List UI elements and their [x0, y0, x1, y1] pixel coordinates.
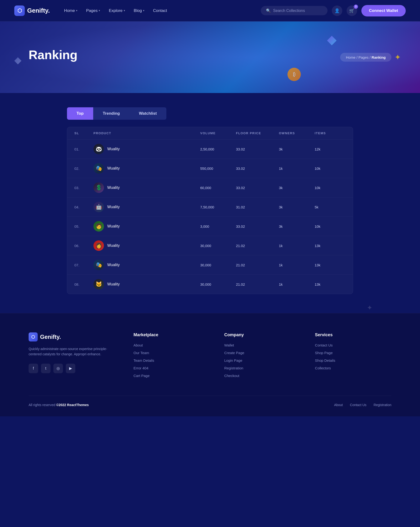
table-row[interactable]: 04. 🤖 Wuality 7,50,000 31.02 3k 5k	[67, 198, 353, 217]
table-row[interactable]: 08. 🐱 Wuality 30,000 21.02 1k 13k	[67, 275, 353, 294]
search-icon: 🔍	[266, 8, 271, 13]
row-floor-price: 33.02	[236, 224, 279, 229]
decoration-gem2	[327, 36, 337, 45]
footer-link[interactable]: Error 404	[133, 366, 149, 370]
footer-link[interactable]: Contact Us	[315, 343, 333, 347]
col-sl: SL	[74, 132, 93, 135]
breadcrumb-home[interactable]: Home	[346, 55, 355, 59]
decoration-coin: ₿	[288, 68, 301, 81]
product-name: Wuality	[107, 147, 120, 151]
tabs: Top Trending Watchlist	[67, 107, 166, 120]
footer: ⬡ Genifty. Quickly administrate open-sou…	[0, 313, 420, 416]
connect-wallet-button[interactable]: Connect Wallet	[361, 5, 406, 16]
search-box[interactable]: 🔍	[261, 6, 327, 15]
footer-link[interactable]: Registration	[224, 366, 243, 370]
avatar: 🧑	[93, 221, 104, 231]
footer-link[interactable]: About	[133, 343, 143, 347]
navbar: ⬡ Genifty. Home ▾ Pages ▾ Explore ▾ Blog…	[0, 0, 420, 22]
table-header: SL PRODUCT VOLUME FLOOR PRICE OWNERS ITE…	[67, 127, 353, 140]
cart-badge: 3	[354, 5, 358, 9]
row-product: 🤖 Wuality	[93, 202, 200, 212]
footer-link[interactable]: Checkout	[224, 374, 239, 378]
row-floor-price: 21.02	[236, 244, 279, 248]
row-sl: 07.	[74, 263, 93, 267]
footer-bottom-link[interactable]: Contact Us	[350, 403, 366, 407]
footer-col-title: Company	[224, 332, 301, 337]
footer-bottom-link[interactable]: About	[334, 403, 343, 407]
breadcrumb: Home / Pages / Ranking	[340, 53, 391, 62]
social-youtube[interactable]: ▶	[66, 364, 75, 373]
hero-banner: Ranking Home / Pages / Ranking ₿ ✦	[0, 22, 420, 93]
avatar: 🎭	[93, 163, 104, 174]
main-content: Top Trending Watchlist SL PRODUCT VOLUME…	[67, 93, 353, 313]
row-product: 🎭 Wuality	[93, 163, 200, 174]
table-row[interactable]: 03. 💲 Wuality 60,000 33.02 3k 10k	[67, 178, 353, 198]
tab-watchlist[interactable]: Watchlist	[129, 107, 166, 120]
footer-link[interactable]: Wallet	[224, 343, 234, 347]
social-links: f t ◎ ▶	[29, 364, 119, 373]
user-icon-button[interactable]: 👤	[332, 5, 342, 16]
row-sl: 03.	[74, 186, 93, 190]
avatar: 👩	[93, 240, 104, 251]
row-items: 13k	[315, 244, 346, 248]
row-items: 5k	[315, 205, 346, 209]
table-row[interactable]: 05. 🧑 Wuality 3,000 33.02 3k 10k	[67, 217, 353, 236]
footer-link[interactable]: Create Page	[224, 351, 244, 355]
row-sl: 02.	[74, 166, 93, 171]
footer-link[interactable]: Login Page	[224, 358, 242, 362]
nav-home[interactable]: Home ▾	[64, 8, 77, 13]
social-twitter[interactable]: t	[41, 364, 51, 373]
nav-contact[interactable]: Contact	[153, 8, 167, 13]
social-instagram[interactable]: ◎	[54, 364, 63, 373]
avatar: 🐱	[93, 279, 104, 289]
nav-explore[interactable]: Explore ▾	[109, 8, 125, 13]
tab-trending[interactable]: Trending	[93, 107, 129, 120]
nav-pages[interactable]: Pages ▾	[86, 8, 100, 13]
footer-link[interactable]: Shop Page	[315, 351, 333, 355]
nav-blog[interactable]: Blog ▾	[134, 8, 144, 13]
row-volume: 2,50,000	[200, 147, 236, 151]
footer-link[interactable]: Our Team	[133, 351, 149, 355]
row-volume: 60,000	[200, 186, 236, 190]
row-sl: 05.	[74, 224, 93, 229]
footer-link[interactable]: Collectors	[315, 366, 331, 370]
row-product: 🐼 Wuality	[93, 144, 200, 154]
cart-icon-button[interactable]: 🛒 3	[347, 5, 357, 16]
footer-col-company: CompanyWalletCreate PageLogin PageRegist…	[224, 332, 301, 381]
tab-top[interactable]: Top	[67, 107, 93, 120]
footer-bottom-link[interactable]: Registration	[374, 403, 391, 407]
footer-col-marketplace: MarketplaceAboutOur TeamTeam DetailsErro…	[133, 332, 210, 381]
breadcrumb-pages[interactable]: Pages	[358, 55, 369, 59]
footer-brand: ⬡ Genifty. Quickly administrate open-sou…	[29, 332, 119, 381]
social-facebook[interactable]: f	[29, 364, 38, 373]
col-owners: OWNERS	[279, 132, 315, 135]
footer-link[interactable]: Team Details	[133, 358, 154, 362]
row-product: 🐱 Wuality	[93, 279, 200, 289]
logo[interactable]: ⬡ Genifty.	[14, 5, 50, 16]
avatar: 🐼	[93, 144, 104, 154]
row-volume: 550,000	[200, 166, 236, 171]
table-row[interactable]: 06. 👩 Wuality 30,000 21.02 1k 13k	[67, 236, 353, 255]
table-body: 01. 🐼 Wuality 2,50,000 33.02 3k 12k 02. …	[67, 140, 353, 294]
table-row[interactable]: 02. 🎭 Wuality 550,000 33.02 1k 10k	[67, 159, 353, 178]
row-owners: 3k	[279, 147, 315, 151]
row-volume: 7,50,000	[200, 205, 236, 209]
row-items: 13k	[315, 282, 346, 286]
page-title: Ranking	[29, 48, 77, 62]
row-items: 10k	[315, 186, 346, 190]
navbar-right: 🔍 👤 🛒 3 Connect Wallet	[261, 5, 406, 16]
chevron-down-icon: ▾	[99, 9, 100, 12]
chevron-down-icon: ▾	[143, 9, 144, 12]
footer-logo-text: Genifty.	[40, 334, 61, 340]
footer-link[interactable]: Shop Details	[315, 358, 335, 362]
product-name: Wuality	[107, 243, 120, 248]
footer-bottom: All rights reserved ©2022 ReactThemes Ab…	[29, 395, 391, 407]
table-row[interactable]: 07. 🎭 Wuality 30,000 21.02 1k 13k	[67, 255, 353, 275]
table-row[interactable]: 01. 🐼 Wuality 2,50,000 33.02 3k 12k	[67, 140, 353, 159]
nav-menu: Home ▾ Pages ▾ Explore ▾ Blog ▾ Contact	[64, 8, 261, 13]
search-input[interactable]	[273, 9, 322, 13]
footer-link[interactable]: Cart Page	[133, 374, 150, 378]
row-owners: 3k	[279, 205, 315, 209]
row-items: 12k	[315, 147, 346, 151]
col-volume: VOLUME	[200, 132, 236, 135]
